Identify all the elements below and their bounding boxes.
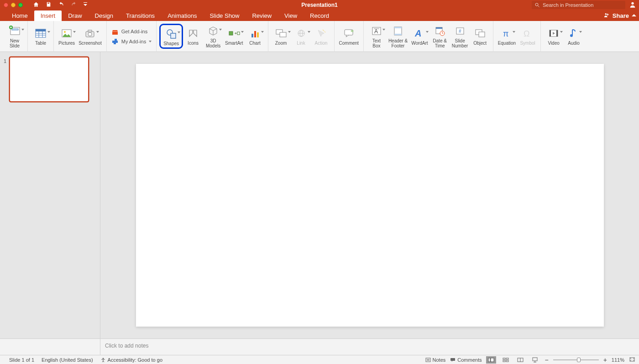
notes-spacer <box>0 339 100 355</box>
table-button[interactable]: Table <box>31 26 51 47</box>
svg-text:A: A <box>374 28 378 35</box>
audio-button[interactable]: Audio <box>564 26 584 47</box>
symbol-button[interactable]: Ω Symbol <box>518 26 538 47</box>
chevron-down-icon <box>21 29 24 37</box>
video-button[interactable]: Video <box>544 26 564 47</box>
object-button[interactable]: Object <box>470 26 490 47</box>
new-slide-button[interactable]: New Slide <box>5 23 25 49</box>
comment-button[interactable]: Comment <box>337 26 361 47</box>
view-slideshow-button[interactable] <box>530 356 540 364</box>
addins-icon <box>111 38 119 45</box>
slide-canvas[interactable] <box>136 64 604 327</box>
account-icon[interactable] <box>629 1 636 10</box>
picture-icon <box>61 28 72 38</box>
smartart-icon <box>228 28 240 38</box>
zoom-button[interactable]: Zoom <box>271 26 291 47</box>
comments-toggle[interactable]: Comments <box>450 357 482 363</box>
view-sorter-button[interactable] <box>501 356 511 364</box>
svg-rect-49 <box>550 30 551 36</box>
icons-button[interactable]: Icons <box>183 26 203 47</box>
status-bar: Slide 1 of 1 English (United States) Acc… <box>0 355 639 364</box>
chart-icon <box>250 28 260 38</box>
thumbnail-row[interactable]: 1 <box>4 57 96 102</box>
tab-review[interactable]: Review <box>246 10 278 21</box>
zoom-in-button[interactable]: + <box>603 356 607 364</box>
screenshot-button[interactable]: Screenshot <box>77 26 104 47</box>
redo-icon[interactable] <box>71 1 77 9</box>
tab-design[interactable]: Design <box>89 10 120 21</box>
status-language[interactable]: English (United States) <box>42 357 93 363</box>
zoom-out-button[interactable]: − <box>545 356 548 364</box>
svg-point-2 <box>631 2 634 4</box>
tab-view[interactable]: View <box>278 10 304 21</box>
share-icon <box>603 12 610 20</box>
svg-text:A: A <box>414 28 421 38</box>
search-input[interactable]: Search in Presentation <box>532 1 625 9</box>
my-addins-button[interactable]: My Add-ins <box>111 38 152 45</box>
group-links: Zoom Link Action <box>268 21 335 52</box>
camera-icon <box>84 28 95 38</box>
slide-number-button[interactable]: # Slide Number <box>450 23 470 49</box>
3d-models-button[interactable]: 3D Models <box>203 23 223 49</box>
tab-slideshow[interactable]: Slide Show <box>203 10 246 21</box>
tab-record[interactable]: Record <box>304 10 335 21</box>
svg-rect-57 <box>488 358 490 362</box>
share-button[interactable]: Share <box>613 12 629 19</box>
tab-insert[interactable]: Insert <box>34 10 62 21</box>
svg-rect-58 <box>491 358 494 362</box>
shapes-button[interactable]: Shapes <box>162 26 181 47</box>
textbox-button[interactable]: A Text Box <box>367 23 387 49</box>
wordart-icon: A <box>414 28 425 38</box>
header-footer-button[interactable]: Header & Footer <box>387 23 409 49</box>
link-icon <box>296 29 307 38</box>
close-window[interactable] <box>4 3 8 7</box>
action-button[interactable]: Action <box>311 26 331 47</box>
notes-input[interactable]: Click to add notes <box>100 339 639 355</box>
link-button[interactable]: Link <box>291 26 311 47</box>
get-addins-button[interactable]: Get Add-ins <box>111 28 152 35</box>
status-accessibility[interactable]: Accessibility: Good to go <box>100 357 162 363</box>
chevron-down-icon <box>308 31 310 39</box>
zoom-slider[interactable] <box>553 359 599 360</box>
view-reading-button[interactable] <box>515 356 525 364</box>
svg-rect-5 <box>12 29 18 30</box>
accessibility-icon <box>100 357 106 363</box>
fullscreen-window[interactable] <box>18 3 23 7</box>
tab-animations[interactable]: Animations <box>161 10 203 21</box>
workspace: 1 <box>0 52 639 338</box>
smartart-button[interactable]: SmartArt <box>223 26 245 47</box>
minimize-window[interactable] <box>11 3 16 7</box>
fit-to-window-button[interactable] <box>629 357 635 363</box>
svg-rect-25 <box>257 32 259 37</box>
svg-rect-65 <box>533 358 537 361</box>
store-icon <box>111 28 119 35</box>
slide-thumbnails-panel[interactable]: 1 <box>0 52 100 338</box>
tab-transitions[interactable]: Transitions <box>120 10 161 21</box>
chart-button[interactable]: Chart <box>245 26 265 47</box>
collapse-ribbon-icon[interactable] <box>632 12 636 19</box>
home-icon[interactable] <box>33 1 39 9</box>
view-normal-button[interactable] <box>486 356 496 364</box>
undo-icon[interactable] <box>58 1 64 9</box>
save-icon[interactable] <box>46 1 52 9</box>
qat-more-icon[interactable] <box>84 2 87 8</box>
wordart-button[interactable]: A WordArt <box>409 26 430 47</box>
tab-draw[interactable]: Draw <box>62 10 88 21</box>
zoom-percentage[interactable]: 111% <box>612 357 624 363</box>
zoom-slider-thumb[interactable] <box>577 358 581 362</box>
notes-placeholder: Click to add notes <box>105 343 148 349</box>
notes-toggle[interactable]: Notes <box>425 357 446 363</box>
svg-rect-62 <box>506 360 508 362</box>
table-icon <box>35 28 47 38</box>
tab-home[interactable]: Home <box>5 10 34 21</box>
svg-point-14 <box>64 31 66 33</box>
equation-button[interactable]: π Equation <box>496 26 518 47</box>
comment-small-icon <box>450 358 456 362</box>
svg-rect-56 <box>450 358 455 361</box>
svg-rect-27 <box>280 32 286 37</box>
chevron-down-icon <box>149 41 152 42</box>
ribbon-tabs: Home Insert Draw Design Transitions Anim… <box>0 10 639 21</box>
date-time-button[interactable]: Date & Time <box>430 23 450 49</box>
thumbnail-slide-1[interactable] <box>9 57 89 102</box>
pictures-button[interactable]: Pictures <box>57 26 77 47</box>
